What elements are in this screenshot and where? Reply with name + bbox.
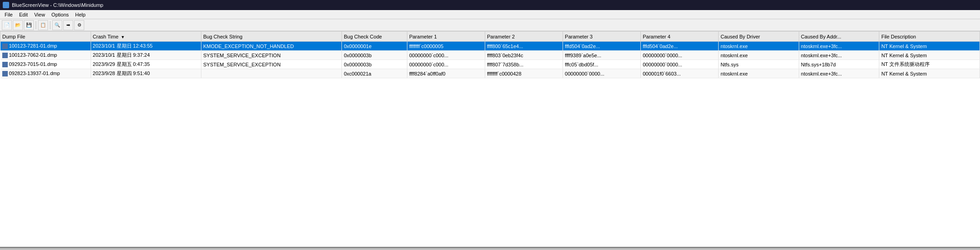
toolbar-open-btn[interactable]: 📂 (13, 20, 23, 30)
toolbar-find2-btn[interactable]: ➡ (63, 20, 73, 30)
sort-icon: ▼ (121, 35, 125, 39)
col-parameter2[interactable]: Parameter 2 (485, 32, 563, 42)
col-file-description[interactable]: File Description (879, 32, 980, 42)
title-bar: BlueScreenView - C:\Windows\Minidump (0, 0, 980, 10)
col-parameter1[interactable]: Parameter 1 (407, 32, 485, 42)
col-parameter3[interactable]: Parameter 3 (563, 32, 641, 42)
upper-table-row[interactable]: 092923-7015-01.dmp2023/9/29 星期五 0:47:35S… (0, 60, 980, 69)
pane-splitter[interactable] (0, 248, 980, 250)
upper-header-row: Dump File Crash Time ▼ Bug Check String … (0, 32, 980, 42)
toolbar-save-btn[interactable]: 💾 (24, 20, 34, 30)
toolbar: 📄 📂 💾 📋 🔍 ➡ ⚙ (0, 19, 980, 31)
upper-table: Dump File Crash Time ▼ Bug Check String … (0, 31, 980, 78)
upper-pane: Dump File Crash Time ▼ Bug Check String … (0, 31, 980, 248)
app-icon (3, 2, 9, 8)
dump-file-icon (2, 43, 8, 49)
toolbar-options-btn[interactable]: ⚙ (74, 20, 84, 30)
toolbar-sep1 (36, 21, 36, 29)
col-parameter4[interactable]: Parameter 4 (641, 32, 719, 42)
col-caused-by-driver[interactable]: Caused By Driver (719, 32, 799, 42)
menu-options[interactable]: Options (49, 11, 71, 18)
upper-table-row[interactable]: 100123-7062-01.dmp2023/10/1 星期日 9:37:24S… (0, 51, 980, 60)
main-area: Dump File Crash Time ▼ Bug Check String … (0, 31, 980, 250)
col-caused-by-addr[interactable]: Caused By Addr... (799, 32, 879, 42)
col-dump-file[interactable]: Dump File (0, 32, 91, 42)
menu-help[interactable]: Help (72, 11, 88, 18)
menu-bar: File Edit View Options Help (0, 10, 980, 19)
col-bug-check-string[interactable]: Bug Check String (201, 32, 341, 42)
menu-edit[interactable]: Edit (16, 11, 31, 18)
toolbar-new-btn[interactable]: 📄 (2, 20, 12, 30)
menu-file[interactable]: File (2, 11, 16, 18)
dump-file-icon (2, 62, 8, 67)
toolbar-sep2 (50, 21, 50, 29)
col-crash-time[interactable]: Crash Time ▼ (91, 32, 201, 42)
menu-view[interactable]: View (32, 11, 48, 18)
toolbar-copy-btn[interactable]: 📋 (38, 20, 48, 30)
upper-table-row[interactable]: 092823-13937-01.dmp2023/9/28 星期四 9:51:40… (0, 69, 980, 78)
toolbar-find1-btn[interactable]: 🔍 (52, 20, 62, 30)
window-title: BlueScreenView - C:\Windows\Minidump (12, 2, 103, 8)
dump-file-icon (2, 53, 8, 58)
dump-file-icon (2, 71, 8, 76)
upper-table-row[interactable]: 100123-7281-01.dmp2023/10/1 星期日 12:43:55… (0, 42, 980, 51)
col-bug-check-code[interactable]: Bug Check Code (342, 32, 407, 42)
